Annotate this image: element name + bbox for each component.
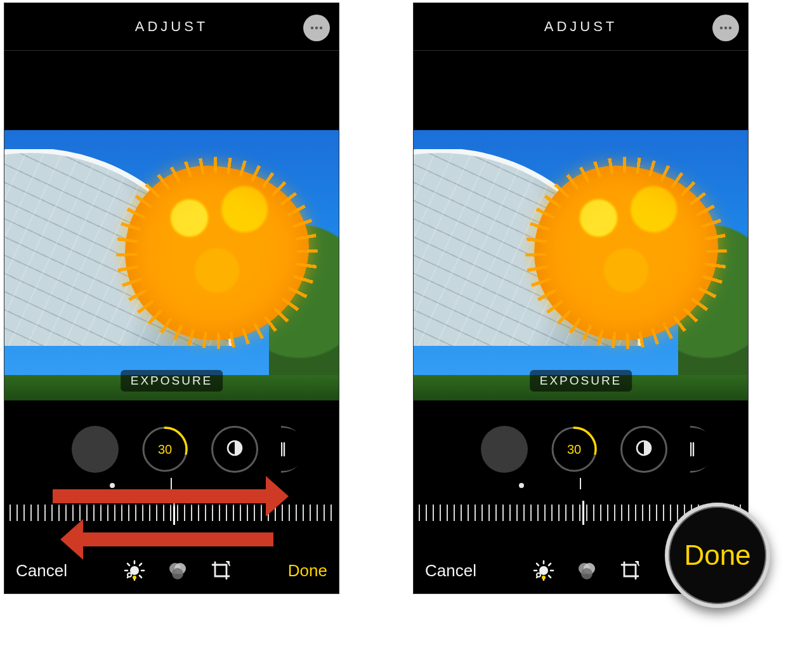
brilliance-dial[interactable] [211, 426, 258, 473]
progress-ring [551, 426, 598, 473]
more-icon [309, 20, 324, 36]
highlights-icon [281, 439, 291, 463]
svg-point-12 [724, 27, 727, 29]
highlights-dial-peek[interactable] [690, 426, 714, 473]
slider-center-tick [173, 501, 175, 525]
exposure-dial-active[interactable]: 30 [141, 426, 188, 473]
svg-point-21 [581, 568, 593, 579]
progress-ring [141, 426, 188, 473]
editor-footer: Cancel [4, 548, 339, 593]
crop-mode-button[interactable] [617, 558, 643, 583]
header-title: ADJUST [135, 18, 209, 35]
crop-mode-button[interactable] [208, 558, 233, 583]
svg-point-11 [720, 27, 723, 29]
adjustment-name-badge: EXPOSURE [121, 370, 223, 392]
svg-point-2 [320, 27, 322, 29]
mode-buttons [531, 558, 643, 583]
phone-screenshot-left: ADJUST EXPOSURE [4, 3, 339, 593]
cancel-button[interactable]: Cancel [16, 561, 67, 581]
phone-screenshot-right: ADJUST EXPOSURE [414, 3, 748, 593]
exposure-dial-active[interactable]: 30 [551, 426, 598, 473]
done-button[interactable]: Done [288, 561, 327, 581]
adjust-mode-button[interactable] [122, 558, 147, 583]
auto-enhance-dial[interactable] [72, 426, 119, 473]
annotation-arrow-left [83, 532, 273, 546]
more-button[interactable] [712, 15, 739, 41]
filters-mode-icon [166, 559, 189, 582]
auto-enhance-dial[interactable] [481, 426, 528, 473]
adjustment-tool-row[interactable]: 30 [414, 421, 748, 478]
mode-buttons [122, 558, 233, 583]
cancel-button[interactable]: Cancel [425, 561, 476, 581]
adjustment-tool-row[interactable]: 30 [4, 421, 339, 478]
more-icon [718, 20, 733, 36]
svg-point-1 [315, 27, 318, 29]
header-title: ADJUST [544, 18, 618, 35]
highlights-dial-peek[interactable] [281, 426, 304, 473]
adjust-mode-button[interactable] [531, 558, 556, 583]
photo-preview[interactable]: EXPOSURE [414, 130, 748, 400]
done-callout-label: Done [684, 539, 750, 571]
editor-header: ADJUST [4, 3, 339, 51]
svg-point-0 [311, 27, 313, 29]
brilliance-dial[interactable] [620, 426, 667, 473]
slider-center-tick [582, 501, 584, 525]
filters-mode-button[interactable] [574, 558, 599, 583]
crop-mode-icon [209, 559, 232, 582]
filters-mode-button[interactable] [165, 558, 190, 583]
done-callout-circle: Done [665, 503, 770, 608]
photo-preview[interactable]: EXPOSURE [4, 130, 339, 400]
tool-position-indicator [414, 480, 748, 492]
highlights-icon [690, 439, 700, 463]
editor-header: ADJUST [414, 3, 748, 51]
svg-point-10 [172, 568, 183, 579]
filters-mode-icon [575, 559, 598, 582]
svg-point-13 [729, 27, 731, 29]
more-button[interactable] [303, 15, 330, 41]
adjustment-name-badge: EXPOSURE [530, 370, 632, 392]
crop-mode-icon [619, 559, 641, 582]
annotation-arrow-right [53, 489, 266, 503]
